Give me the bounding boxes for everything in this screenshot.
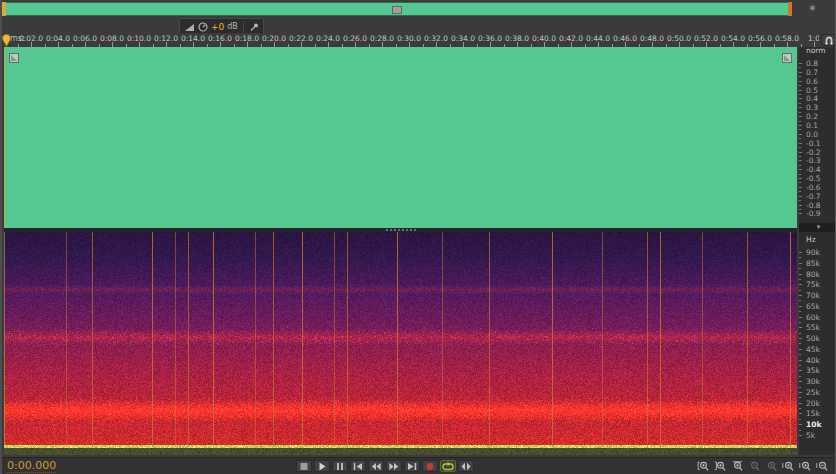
snap-magnet-button[interactable] (821, 34, 836, 46)
zoom-to-selection-button[interactable] (730, 460, 745, 472)
audio-editor-window: ∗ +0 dB hms: 0:02.00:04.00:06.00:08.00:1… (0, 0, 836, 474)
navigator-options-icon[interactable]: ∗ (808, 3, 816, 13)
scale-tick-mark (799, 290, 801, 291)
playhead-time-display[interactable]: 0:00.000 (7, 460, 56, 473)
ruler-time-label: 0:40.0 (532, 34, 556, 43)
scale-tick-label: 15k (806, 409, 820, 418)
zoom-controls (696, 460, 830, 472)
ruler-time-label: 0:10.0 (127, 34, 151, 43)
ruler-time-label: 0:24.0 (316, 34, 340, 43)
zoom-in-amplitude-button[interactable] (764, 460, 779, 472)
zoom-out-amplitude-button[interactable] (781, 460, 796, 472)
ruler-time-label: 0:26.0 (343, 34, 367, 43)
loop-button[interactable] (440, 460, 456, 472)
scale-tick-mark (799, 178, 802, 179)
scale-unit-label: norm (806, 46, 826, 55)
scale-tick-label: 0.6 (806, 76, 818, 85)
fast-forward-button[interactable] (386, 460, 402, 472)
scale-tick-label: 65k (806, 301, 820, 310)
gain-unit: dB (227, 22, 238, 32)
rewind-button[interactable] (368, 460, 384, 472)
scale-tick-mark (799, 392, 802, 393)
ruler-time-label: 0:04.0 (46, 34, 70, 43)
scale-tick-label: 45k (806, 344, 820, 353)
stop-button[interactable] (296, 460, 312, 472)
scale-tick-mark (799, 435, 802, 436)
record-button[interactable] (422, 460, 438, 472)
scale-tick-label: 70k (806, 291, 820, 300)
scale-tick-label: 35k (806, 366, 820, 375)
ruler-time-label: 1:0 (808, 34, 819, 43)
ruler-time-label: 0:16.0 (208, 34, 232, 43)
skip-selection-button[interactable] (458, 460, 474, 472)
overview-navigator[interactable] (2, 2, 792, 16)
scale-tick-label: 5k (806, 430, 815, 439)
scale-tick-label: 80k (806, 269, 820, 278)
zoom-out-time-button[interactable] (815, 460, 830, 472)
pause-button[interactable] (332, 460, 348, 472)
move-next-button[interactable] (404, 460, 420, 472)
pin-icon[interactable] (249, 22, 259, 32)
ruler-time-label: 0:54.0 (721, 34, 745, 43)
ruler-time-label: 0:22.0 (289, 34, 313, 43)
scale-tick-mark (799, 205, 802, 206)
navigator-handle[interactable] (392, 6, 402, 14)
scale-tick-label: 10k (806, 420, 821, 429)
scale-tick-mark (799, 349, 802, 350)
scale-divider[interactable]: ▾ (799, 223, 836, 232)
scale-tick-mark (799, 300, 801, 301)
volume-knob-icon[interactable] (198, 22, 208, 32)
ruler-time-label: 0:28.0 (370, 34, 394, 43)
play-button[interactable] (314, 460, 330, 472)
scale-tick-mark (799, 263, 802, 264)
hud-separator (243, 21, 244, 32)
timeline-ruler[interactable]: hms: 0:02.00:04.00:06.00:08.00:10.00:12.… (2, 33, 819, 47)
ruler-time-label: 0:14.0 (181, 34, 205, 43)
scale-tick-label: 0.8 (806, 59, 818, 68)
scale-tick-label: 90k (806, 248, 820, 257)
spectrogram-display[interactable] (4, 232, 797, 455)
scale-tick-label: 0.0 (806, 129, 818, 138)
scale-tick-label: 0.4 (806, 94, 818, 103)
scale-tick-mark (799, 209, 801, 210)
scale-tick-mark (799, 343, 801, 344)
scale-tick-label: -0.7 (806, 191, 821, 200)
transport-controls (296, 460, 474, 472)
scale-tick-label: 20k (806, 398, 820, 407)
scale-tick-mark (799, 311, 801, 312)
scale-tick-label: 25k (806, 387, 820, 396)
frequency-scale[interactable]: Hz90k85k80k75k70k65k60k55k50k45k40k35k30… (799, 232, 836, 455)
scale-tick-mark (799, 376, 801, 377)
magnet-icon (824, 36, 834, 45)
fade-out-handle[interactable] (782, 53, 792, 63)
splitter-grip[interactable] (386, 229, 416, 231)
scale-tick-mark (799, 174, 801, 175)
scale-tick-mark (799, 370, 802, 371)
move-previous-button[interactable] (350, 460, 366, 472)
fade-in-handle[interactable] (9, 53, 19, 63)
scale-tick-label: 0.1 (806, 120, 818, 129)
waveform-display[interactable] (4, 47, 797, 228)
scale-tick-mark (799, 160, 802, 161)
zoom-in-time-button[interactable] (798, 460, 813, 472)
amplitude-scale[interactable]: norm0.80.70.60.50.40.30.20.10.0-0.1-0.2-… (799, 47, 836, 223)
scale-tick-label: 0.2 (806, 112, 818, 121)
scale-tick-mark (799, 72, 802, 73)
zoom-in-at-in-point-button[interactable] (696, 460, 711, 472)
zoom-out-full-button[interactable] (747, 460, 762, 472)
scale-tick-label: -0.8 (806, 200, 821, 209)
scale-tick-mark (799, 94, 801, 95)
playhead-line (4, 47, 5, 228)
scale-unit-label: Hz (806, 235, 816, 244)
zoom-in-at-out-point-button[interactable] (713, 460, 728, 472)
scale-tick-label: -0.5 (806, 174, 821, 183)
scale-tick-label: -0.2 (806, 147, 821, 156)
scale-tick-mark (799, 169, 802, 170)
scale-tick-mark (799, 63, 802, 64)
scale-tick-label: -0.9 (806, 209, 821, 218)
ruler-time-label: 0:18.0 (235, 34, 259, 43)
status-bar: 0:00.000 (2, 457, 836, 474)
gain-value[interactable]: +0 (211, 22, 224, 32)
scale-tick-mark (799, 98, 802, 99)
playhead-marker[interactable] (2, 34, 11, 47)
